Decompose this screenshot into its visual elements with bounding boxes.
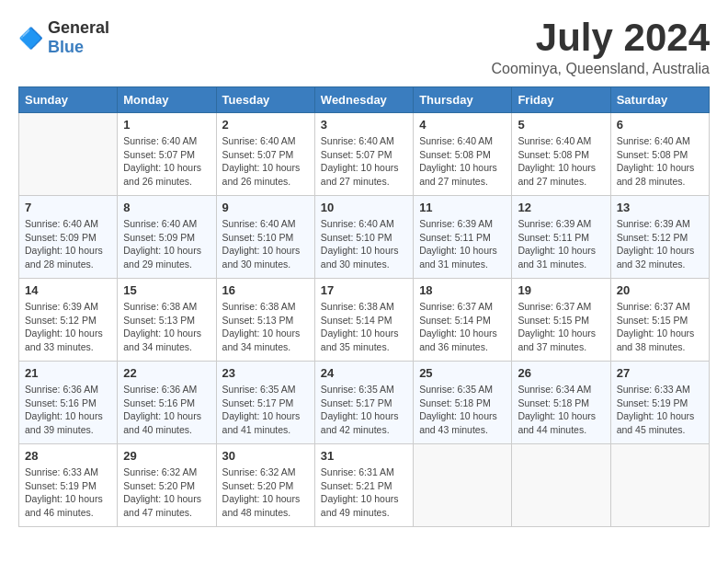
cell-info: Sunrise: 6:39 AM Sunset: 5:12 PM Dayligh… — [617, 217, 703, 271]
calendar-cell: 28Sunrise: 6:33 AM Sunset: 5:19 PM Dayli… — [19, 444, 118, 527]
logo-text: General Blue — [48, 18, 109, 57]
cell-info: Sunrise: 6:40 AM Sunset: 5:09 PM Dayligh… — [123, 217, 210, 271]
calendar-cell: 20Sunrise: 6:37 AM Sunset: 5:15 PM Dayli… — [610, 279, 709, 362]
cell-info: Sunrise: 6:35 AM Sunset: 5:17 PM Dayligh… — [222, 383, 309, 437]
day-number: 21 — [25, 366, 111, 380]
calendar-cell: 27Sunrise: 6:33 AM Sunset: 5:19 PM Dayli… — [610, 362, 709, 444]
header-day-thursday: Thursday — [414, 87, 512, 113]
logo-general: General — [48, 18, 109, 37]
calendar-cell: 11Sunrise: 6:39 AM Sunset: 5:11 PM Dayli… — [414, 196, 512, 279]
cell-info: Sunrise: 6:36 AM Sunset: 5:16 PM Dayligh… — [25, 383, 111, 437]
day-number: 17 — [321, 283, 407, 297]
day-number: 5 — [518, 118, 604, 132]
cell-info: Sunrise: 6:33 AM Sunset: 5:19 PM Dayligh… — [25, 465, 111, 520]
day-number: 14 — [25, 283, 111, 297]
title-block: July 2024 Coominya, Queensland, Australi… — [492, 18, 710, 77]
calendar-cell: 9Sunrise: 6:40 AM Sunset: 5:10 PM Daylig… — [216, 196, 314, 279]
calendar-cell: 1Sunrise: 6:40 AM Sunset: 5:07 PM Daylig… — [118, 113, 216, 196]
calendar-cell: 15Sunrise: 6:38 AM Sunset: 5:13 PM Dayli… — [118, 279, 216, 362]
cell-info: Sunrise: 6:37 AM Sunset: 5:15 PM Dayligh… — [617, 300, 703, 354]
cell-info: Sunrise: 6:37 AM Sunset: 5:14 PM Dayligh… — [419, 300, 506, 354]
header-day-monday: Monday — [118, 87, 216, 113]
logo: 🔷 General Blue — [18, 18, 109, 57]
calendar-cell: 17Sunrise: 6:38 AM Sunset: 5:14 PM Dayli… — [314, 279, 413, 362]
calendar-cell: 3Sunrise: 6:40 AM Sunset: 5:07 PM Daylig… — [314, 113, 413, 196]
calendar-cell: 12Sunrise: 6:39 AM Sunset: 5:11 PM Dayli… — [512, 196, 610, 279]
header-day-tuesday: Tuesday — [216, 87, 314, 113]
cell-info: Sunrise: 6:39 AM Sunset: 5:11 PM Dayligh… — [518, 217, 604, 271]
calendar-cell: 31Sunrise: 6:31 AM Sunset: 5:21 PM Dayli… — [314, 444, 413, 527]
day-number: 4 — [419, 118, 506, 132]
calendar-cell: 2Sunrise: 6:40 AM Sunset: 5:07 PM Daylig… — [216, 113, 314, 196]
day-number: 2 — [222, 118, 309, 132]
calendar-cell: 29Sunrise: 6:32 AM Sunset: 5:20 PM Dayli… — [118, 444, 216, 527]
calendar-cell — [610, 444, 709, 527]
cell-info: Sunrise: 6:40 AM Sunset: 5:08 PM Dayligh… — [617, 134, 703, 189]
cell-info: Sunrise: 6:40 AM Sunset: 5:08 PM Dayligh… — [419, 134, 506, 189]
calendar-cell: 14Sunrise: 6:39 AM Sunset: 5:12 PM Dayli… — [19, 279, 118, 362]
day-number: 24 — [321, 366, 407, 380]
logo-icon: 🔷 — [18, 25, 44, 51]
cell-info: Sunrise: 6:38 AM Sunset: 5:13 PM Dayligh… — [123, 300, 210, 354]
cell-info: Sunrise: 6:37 AM Sunset: 5:15 PM Dayligh… — [518, 300, 604, 354]
day-number: 11 — [419, 201, 506, 214]
calendar-cell: 13Sunrise: 6:39 AM Sunset: 5:12 PM Dayli… — [610, 196, 709, 279]
location-subtitle: Coominya, Queensland, Australia — [492, 61, 710, 77]
calendar-cell: 10Sunrise: 6:40 AM Sunset: 5:10 PM Dayli… — [314, 196, 413, 279]
header-day-saturday: Saturday — [610, 87, 709, 113]
day-number: 29 — [123, 449, 210, 463]
month-year-title: July 2024 — [492, 18, 710, 57]
day-number: 28 — [25, 449, 111, 463]
day-number: 13 — [617, 201, 703, 214]
calendar-cell: 30Sunrise: 6:32 AM Sunset: 5:20 PM Dayli… — [216, 444, 314, 527]
day-number: 8 — [123, 201, 210, 214]
cell-info: Sunrise: 6:33 AM Sunset: 5:19 PM Dayligh… — [617, 383, 703, 437]
calendar-cell: 25Sunrise: 6:35 AM Sunset: 5:18 PM Dayli… — [414, 362, 512, 444]
day-number: 31 — [321, 449, 407, 463]
day-number: 27 — [617, 366, 703, 380]
cell-info: Sunrise: 6:31 AM Sunset: 5:21 PM Dayligh… — [321, 465, 407, 520]
day-number: 22 — [123, 366, 210, 380]
day-number: 20 — [617, 283, 703, 297]
calendar-cell: 8Sunrise: 6:40 AM Sunset: 5:09 PM Daylig… — [118, 196, 216, 279]
calendar-cell: 4Sunrise: 6:40 AM Sunset: 5:08 PM Daylig… — [414, 113, 512, 196]
cell-info: Sunrise: 6:35 AM Sunset: 5:17 PM Dayligh… — [321, 383, 407, 437]
day-number: 3 — [321, 118, 407, 132]
calendar-table: SundayMondayTuesdayWednesdayThursdayFrid… — [18, 86, 710, 527]
calendar-cell: 26Sunrise: 6:34 AM Sunset: 5:18 PM Dayli… — [512, 362, 610, 444]
cell-info: Sunrise: 6:38 AM Sunset: 5:13 PM Dayligh… — [222, 300, 309, 354]
header-day-sunday: Sunday — [19, 87, 118, 113]
calendar-cell: 6Sunrise: 6:40 AM Sunset: 5:08 PM Daylig… — [610, 113, 709, 196]
calendar-week-1: 1Sunrise: 6:40 AM Sunset: 5:07 PM Daylig… — [19, 113, 710, 196]
page-header: 🔷 General Blue July 2024 Coominya, Queen… — [18, 18, 710, 77]
calendar-cell — [19, 113, 118, 196]
calendar-cell: 22Sunrise: 6:36 AM Sunset: 5:16 PM Dayli… — [118, 362, 216, 444]
day-number: 23 — [222, 366, 309, 380]
header-day-friday: Friday — [512, 87, 610, 113]
calendar-cell: 7Sunrise: 6:40 AM Sunset: 5:09 PM Daylig… — [19, 196, 118, 279]
cell-info: Sunrise: 6:40 AM Sunset: 5:10 PM Dayligh… — [222, 217, 309, 271]
cell-info: Sunrise: 6:38 AM Sunset: 5:14 PM Dayligh… — [321, 300, 407, 354]
cell-info: Sunrise: 6:40 AM Sunset: 5:10 PM Dayligh… — [321, 217, 407, 271]
cell-info: Sunrise: 6:40 AM Sunset: 5:09 PM Dayligh… — [25, 217, 111, 271]
cell-info: Sunrise: 6:39 AM Sunset: 5:11 PM Dayligh… — [419, 217, 506, 271]
cell-info: Sunrise: 6:40 AM Sunset: 5:07 PM Dayligh… — [222, 134, 309, 189]
day-number: 16 — [222, 283, 309, 297]
day-number: 9 — [222, 201, 309, 214]
header-day-wednesday: Wednesday — [314, 87, 413, 113]
day-number: 15 — [123, 283, 210, 297]
calendar-cell: 5Sunrise: 6:40 AM Sunset: 5:08 PM Daylig… — [512, 113, 610, 196]
cell-info: Sunrise: 6:32 AM Sunset: 5:20 PM Dayligh… — [123, 465, 210, 520]
day-number: 18 — [419, 283, 506, 297]
svg-text:🔷: 🔷 — [18, 26, 44, 51]
cell-info: Sunrise: 6:40 AM Sunset: 5:08 PM Dayligh… — [518, 134, 604, 189]
day-number: 25 — [419, 366, 506, 380]
cell-info: Sunrise: 6:34 AM Sunset: 5:18 PM Dayligh… — [518, 383, 604, 437]
calendar-cell — [512, 444, 610, 527]
cell-info: Sunrise: 6:40 AM Sunset: 5:07 PM Dayligh… — [321, 134, 407, 189]
calendar-cell: 24Sunrise: 6:35 AM Sunset: 5:17 PM Dayli… — [314, 362, 413, 444]
calendar-cell: 16Sunrise: 6:38 AM Sunset: 5:13 PM Dayli… — [216, 279, 314, 362]
day-number: 26 — [518, 366, 604, 380]
calendar-week-3: 14Sunrise: 6:39 AM Sunset: 5:12 PM Dayli… — [19, 279, 710, 362]
day-number: 10 — [321, 201, 407, 214]
